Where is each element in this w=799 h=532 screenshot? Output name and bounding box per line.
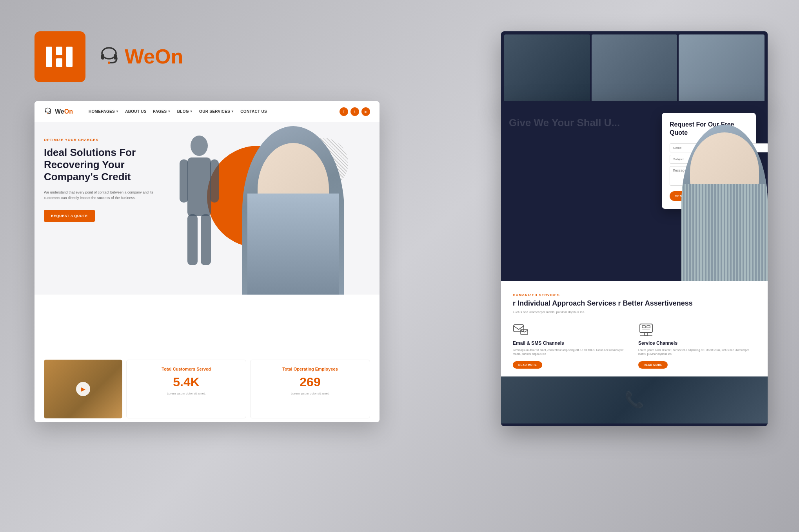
services-section: HUMANIZED SERVICES r Individual Approach… bbox=[501, 281, 768, 376]
email-sms-icon bbox=[513, 322, 528, 337]
hero-content: OPTIMIZE YOUR CHARGES Ideal Solutions Fo… bbox=[44, 138, 162, 222]
nav-pages[interactable]: PAGES ▼ bbox=[153, 109, 171, 114]
website-card-left: WeOn HOMEPAGES ▼ ABOUT US PAGES ▼ BLOG ▼… bbox=[35, 101, 380, 422]
svg-rect-14 bbox=[180, 159, 188, 203]
read-more-btn-1[interactable]: READ MORE bbox=[513, 361, 542, 369]
nav-social: f t in bbox=[340, 107, 370, 116]
svg-rect-1 bbox=[56, 47, 62, 55]
svg-rect-24 bbox=[645, 333, 648, 336]
service-text-2: Lorem ipsum dolor sit amet, consectetur … bbox=[638, 348, 756, 356]
svg-rect-21 bbox=[642, 326, 645, 328]
hero-section: OPTIMIZE YOUR CHARGES Ideal Solutions Fo… bbox=[35, 122, 380, 295]
right-person bbox=[681, 125, 768, 281]
services-desc: Luctus nec ullamcorper mattis, pulvinar … bbox=[513, 310, 756, 314]
svg-rect-23 bbox=[642, 329, 650, 329]
video-thumbnail[interactable]: ▶ bbox=[44, 360, 122, 418]
nav-headset-icon bbox=[44, 107, 52, 116]
svg-rect-17 bbox=[201, 214, 211, 265]
hero-stick-figure bbox=[176, 134, 223, 284]
nav-contact[interactable]: CONTACT US bbox=[240, 109, 267, 114]
service-channels: Service Channels Lorem ipsum dolor sit a… bbox=[638, 322, 756, 369]
stat-number-employees: 269 bbox=[258, 375, 362, 389]
stat-card-customers: Total Customers Served 5.4K Lorem ipsum … bbox=[126, 360, 246, 418]
hero-title: Ideal Solutions For Recovering Your Comp… bbox=[44, 147, 162, 183]
play-button[interactable]: ▶ bbox=[76, 382, 90, 396]
img-thumb-3 bbox=[679, 34, 764, 107]
svg-rect-9 bbox=[45, 110, 46, 112]
stat-card-employees: Total Operating Employees 269 Lorem ipsu… bbox=[250, 360, 370, 418]
img-thumb-1 bbox=[504, 34, 590, 107]
instagram-btn[interactable]: in bbox=[361, 107, 370, 116]
svg-rect-22 bbox=[647, 326, 650, 328]
read-more-btn-2[interactable]: READ MORE bbox=[638, 361, 668, 369]
nav-menu: HOMEPAGES ▼ ABOUT US PAGES ▼ BLOG ▼ OUR … bbox=[89, 109, 332, 114]
svg-rect-13 bbox=[187, 157, 211, 216]
brand-top: WeOn bbox=[98, 43, 183, 69]
img-thumb-2 bbox=[592, 34, 677, 107]
svg-point-12 bbox=[191, 136, 208, 156]
svg-rect-18 bbox=[514, 325, 524, 332]
stat-label-employees: Total Operating Employees bbox=[258, 366, 362, 372]
services-title: r Individual Approach Services r Better … bbox=[513, 299, 756, 308]
nav-about[interactable]: ABOUT US bbox=[125, 109, 147, 114]
service-name-1: Email & SMS Channels bbox=[513, 340, 630, 346]
brand-name-top: WeOn bbox=[125, 45, 183, 68]
cta-button[interactable]: REQUEST A QUOTE bbox=[44, 210, 95, 222]
nav-services[interactable]: OUR SERVICES ▼ bbox=[199, 109, 234, 114]
svg-rect-20 bbox=[640, 324, 652, 333]
service-name-2: Service Channels bbox=[638, 340, 756, 346]
service-channels-icon bbox=[638, 322, 654, 337]
stat-label-customers: Total Customers Served bbox=[134, 366, 238, 372]
navbar: WeOn HOMEPAGES ▼ ABOUT US PAGES ▼ BLOG ▼… bbox=[35, 101, 380, 122]
hero-tag: OPTIMIZE YOUR CHARGES bbox=[44, 138, 162, 142]
stats-bar: ▶ Total Customers Served 5.4K Lorem ipsu… bbox=[35, 352, 380, 422]
nav-blog[interactable]: BLOG ▼ bbox=[177, 109, 193, 114]
facebook-btn[interactable]: f bbox=[340, 107, 348, 116]
svg-rect-3 bbox=[66, 47, 73, 67]
nav-logo: WeOn bbox=[44, 107, 73, 116]
service-text-1: Lorem ipsum dolor sit amet, consectetur … bbox=[513, 348, 630, 356]
dark-section-title-shadow: Give We Your Shall U... bbox=[509, 117, 620, 128]
stat-sub-customers: Lorem ipsum dolor sit amet, bbox=[134, 392, 238, 395]
stat-number-customers: 5.4K bbox=[134, 375, 238, 389]
svg-rect-5 bbox=[101, 54, 104, 60]
nav-homepages[interactable]: HOMEPAGES ▼ bbox=[89, 109, 119, 114]
elementor-logo bbox=[35, 31, 85, 82]
services-grid: Email & SMS Channels Lorem ipsum dolor s… bbox=[513, 322, 756, 369]
right-images-strip bbox=[501, 31, 768, 110]
svg-rect-0 bbox=[46, 47, 52, 67]
headset-icon-top bbox=[98, 43, 120, 69]
svg-rect-2 bbox=[56, 58, 62, 67]
svg-rect-16 bbox=[187, 214, 198, 265]
service-email-sms: Email & SMS Channels Lorem ipsum dolor s… bbox=[513, 322, 630, 369]
hero-desc: We understand that every point of contac… bbox=[44, 190, 162, 201]
stat-sub-employees: Lorem ipsum dolor sit amet, bbox=[258, 392, 362, 395]
website-card-right: Give We Your Shall U... Request For Our … bbox=[501, 101, 768, 426]
twitter-btn[interactable]: t bbox=[350, 107, 359, 116]
svg-point-11 bbox=[47, 113, 48, 114]
nav-logo-text: WeOn bbox=[55, 108, 73, 115]
svg-rect-15 bbox=[210, 159, 219, 203]
svg-point-7 bbox=[108, 62, 110, 64]
bottom-image: 📞 bbox=[501, 376, 768, 423]
services-tag: HUMANIZED SERVICES bbox=[513, 293, 756, 297]
right-bottom-strip: 📞 bbox=[501, 376, 768, 423]
